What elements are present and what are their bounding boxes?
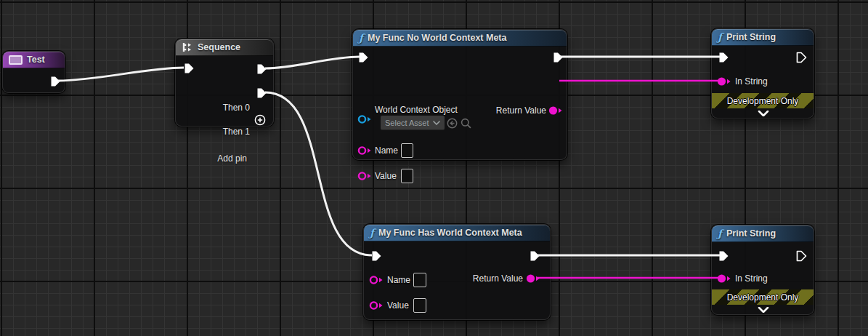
exec-input-pin[interactable] <box>183 63 195 74</box>
expand-advanced-chevron[interactable] <box>758 307 769 313</box>
node-test-header[interactable]: Test <box>3 52 65 68</box>
value-label: Value <box>387 300 409 311</box>
return-value-label: Return Value <box>473 273 523 284</box>
name-value-field[interactable] <box>401 143 413 158</box>
development-only-text: Development Only <box>727 292 799 303</box>
blueprint-graph-canvas[interactable]: Test Sequence Then 0 Then 1 Add pin ƒ My… <box>0 0 868 336</box>
exec-output-pin[interactable] <box>795 52 807 63</box>
widget-icon <box>9 55 23 65</box>
node-func-has-world-header[interactable]: ƒ My Func Has World Context Meta <box>364 225 550 241</box>
in-string-label: In String <box>735 273 768 284</box>
exec-input-pin[interactable] <box>370 250 382 262</box>
value-input-pin[interactable] <box>357 171 372 181</box>
browse-asset-icon[interactable] <box>461 118 471 129</box>
return-value-pin[interactable] <box>548 105 563 116</box>
value-input-pin[interactable] <box>369 300 384 311</box>
name-input-pin[interactable] <box>357 145 372 156</box>
exec-output-pin[interactable] <box>795 250 807 262</box>
development-only-banner: Development Only <box>712 289 814 305</box>
expand-advanced-chevron[interactable] <box>758 111 769 116</box>
node-title: My Func Has World Context Meta <box>378 228 522 238</box>
development-only-text: Development Only <box>727 96 799 106</box>
node-title: Test <box>27 55 45 65</box>
function-icon: ƒ <box>718 32 722 42</box>
use-selected-asset-icon[interactable] <box>447 118 458 129</box>
wire-exec-test-to-sequence[interactable] <box>58 68 184 81</box>
node-func-no-world-context[interactable]: ƒ My Func No World Context Meta World Co… <box>352 29 567 160</box>
node-print-bottom-header[interactable]: ƒ Print String <box>712 225 814 242</box>
select-asset-value: Select Asset <box>385 119 429 127</box>
add-pin-button[interactable] <box>254 114 266 126</box>
value-value-field[interactable] <box>401 169 413 183</box>
function-icon: ƒ <box>359 33 363 43</box>
node-test[interactable]: Test <box>2 51 65 93</box>
add-pin-label[interactable]: Add pin <box>217 153 247 164</box>
development-only-banner: Development Only <box>712 93 814 108</box>
world-context-object-pin[interactable] <box>357 114 372 124</box>
then1-label: Then 1 <box>223 127 250 137</box>
value-value-field[interactable] <box>413 298 426 313</box>
node-title: Print String <box>726 228 776 239</box>
node-sequence-header[interactable]: Sequence <box>176 39 273 56</box>
in-string-label: In String <box>735 76 768 87</box>
node-func-has-world-context[interactable]: ƒ My Func Has World Context Meta Name Re… <box>363 224 551 320</box>
node-print-string-bottom[interactable]: ƒ Print String In String Development Onl… <box>711 225 814 315</box>
node-print-top-header[interactable]: ƒ Print String <box>712 29 814 46</box>
wire-exec-then0-to-func-no-world[interactable] <box>265 57 360 68</box>
name-label: Name <box>387 275 410 285</box>
node-func-no-world-header[interactable]: ƒ My Func No World Context Meta <box>353 30 567 47</box>
node-sequence[interactable]: Sequence Then 0 Then 1 Add pin <box>175 39 274 127</box>
node-print-string-top[interactable]: ƒ Print String In String Development Onl… <box>711 28 814 119</box>
value-label: Value <box>375 171 397 181</box>
node-title: Sequence <box>198 42 240 52</box>
sequence-icon <box>182 41 193 53</box>
name-value-field[interactable] <box>413 273 426 287</box>
chevron-down-icon <box>433 121 440 125</box>
node-title: My Func No World Context Meta <box>368 33 506 43</box>
world-context-label: World Context Object <box>375 105 458 115</box>
function-icon: ƒ <box>718 228 722 239</box>
function-icon: ƒ <box>370 228 374 238</box>
select-asset-dropdown[interactable]: Select Asset <box>381 116 445 130</box>
return-value-label: Return Value <box>496 105 546 116</box>
name-label: Name <box>375 145 398 156</box>
name-input-pin[interactable] <box>369 275 384 285</box>
then0-label: Then 0 <box>223 103 250 113</box>
node-title: Print String <box>726 32 776 42</box>
